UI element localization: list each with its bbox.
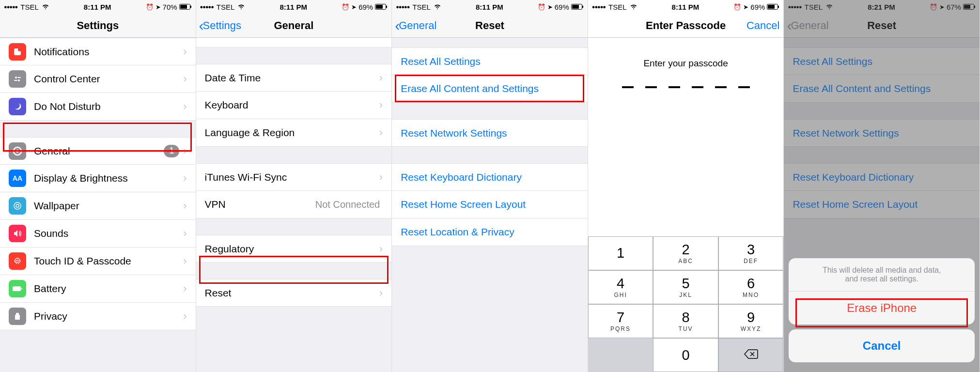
back-label: General: [399, 19, 436, 32]
screen-settings: ●●●●● TSEL 8:11 PM ⏰ ➤ 70% Settings Noti…: [0, 0, 196, 372]
key-3[interactable]: 3DEF: [718, 236, 784, 270]
status-time: 8:11 PM: [84, 3, 111, 11]
row-notifications[interactable]: Notifications ›: [0, 38, 196, 65]
carrier-label: TSEL: [20, 3, 39, 11]
key-5[interactable]: 5JKL: [653, 270, 718, 304]
row-erase-all-content[interactable]: Erase All Content and Settings: [392, 75, 588, 103]
row-detail: Not Connected: [315, 199, 380, 210]
row-restrictions-partial[interactable]: [196, 38, 392, 47]
key-backspace[interactable]: [718, 338, 784, 372]
row-general[interactable]: General 1 ›: [0, 137, 196, 165]
row-regulatory[interactable]: Regulatory ›: [196, 235, 392, 263]
row-label: Sounds: [34, 228, 183, 239]
cancel-button[interactable]: Cancel: [789, 329, 975, 362]
signal-dots-icon: ●●●●●: [396, 4, 409, 10]
key-9[interactable]: 9WXYZ: [718, 304, 784, 338]
battery-label: 70%: [163, 3, 177, 11]
row-vpn[interactable]: VPN Not Connected: [196, 191, 392, 218]
row-label: General: [34, 145, 164, 157]
chevron-right-icon: ›: [379, 99, 383, 111]
key-2[interactable]: 2ABC: [653, 236, 718, 270]
row-label: Reset Location & Privacy: [401, 226, 579, 238]
svg-point-7: [18, 79, 20, 81]
carrier-label: TSEL: [217, 3, 235, 11]
nav-bar: ‹ General Reset: [392, 14, 588, 38]
row-touchid[interactable]: Touch ID & Passcode ›: [0, 248, 196, 275]
row-date-time[interactable]: Date & Time ›: [196, 64, 392, 92]
battery-icon: [767, 3, 779, 11]
row-label: Notifications: [34, 46, 183, 58]
row-label: Reset Network Settings: [401, 127, 579, 139]
row-keyboard[interactable]: Keyboard ›: [196, 92, 392, 119]
action-sheet: This will delete all media and data, and…: [789, 258, 975, 367]
key-7[interactable]: 7PQRS: [588, 304, 653, 338]
chevron-right-icon: ›: [379, 72, 383, 84]
svg-point-4: [18, 47, 22, 51]
passcode-dashes: [588, 86, 784, 88]
row-battery[interactable]: Battery ›: [0, 275, 196, 303]
wifi-icon: [434, 3, 441, 11]
row-label: Touch ID & Passcode: [34, 255, 183, 267]
row-itunes-wifi-sync[interactable]: iTunes Wi-Fi Sync ›: [196, 163, 392, 191]
wifi-icon: [237, 3, 245, 11]
key-6[interactable]: 6MNO: [718, 270, 784, 304]
row-control-center[interactable]: Control Center ›: [0, 65, 196, 93]
row-reset-all-settings[interactable]: Reset All Settings: [392, 47, 588, 75]
back-button[interactable]: ‹ Settings: [196, 18, 242, 33]
badge: 1: [164, 145, 179, 157]
status-time: 8:11 PM: [476, 3, 503, 11]
screen-passcode: ●●●●● TSEL 8:11 PM ⏰ ➤ 69% Enter Passcod…: [588, 0, 784, 372]
row-label: Battery: [34, 283, 183, 294]
row-privacy[interactable]: Privacy ›: [0, 303, 196, 330]
key-0[interactable]: 0: [653, 338, 718, 372]
gear-icon: [9, 142, 26, 160]
svg-rect-13: [13, 286, 21, 291]
wifi-icon: [42, 3, 49, 11]
row-reset-keyboard-dict[interactable]: Reset Keyboard Dictionary: [392, 163, 588, 191]
svg-rect-17: [386, 5, 387, 8]
row-label: VPN: [205, 199, 315, 210]
nav-title: General: [274, 19, 313, 32]
location-icon: ➤: [156, 3, 161, 11]
row-display-brightness[interactable]: AA Display & Brightness ›: [0, 165, 196, 192]
battery-icon: [571, 3, 584, 11]
alarm-icon: ⏰: [146, 3, 154, 11]
row-label: Regulatory: [205, 243, 379, 255]
backspace-icon: [744, 349, 758, 361]
erase-iphone-button[interactable]: Erase iPhone: [789, 292, 975, 325]
svg-point-5: [15, 77, 17, 78]
row-reset[interactable]: Reset ›: [196, 279, 392, 307]
key-1[interactable]: 1: [588, 236, 653, 270]
status-bar: ●●●●● TSEL 8:11 PM ⏰ ➤ 69%: [392, 0, 588, 14]
svg-rect-1: [180, 5, 187, 9]
chevron-right-icon: ›: [183, 100, 187, 113]
row-wallpaper[interactable]: Wallpaper ›: [0, 192, 196, 220]
back-label: Settings: [203, 19, 242, 32]
key-8[interactable]: 8TUV: [653, 304, 718, 338]
row-do-not-disturb[interactable]: Do Not Disturb ›: [0, 93, 196, 121]
key-4[interactable]: 4GHI: [588, 270, 653, 304]
chevron-right-icon: ›: [183, 46, 187, 58]
chevron-right-icon: ›: [183, 310, 187, 323]
privacy-icon: [9, 308, 26, 325]
alarm-icon: ⏰: [733, 3, 741, 11]
sounds-icon: [9, 225, 26, 242]
row-reset-location-privacy[interactable]: Reset Location & Privacy: [392, 218, 588, 246]
screen-reset: ●●●●● TSEL 8:11 PM ⏰ ➤ 69% ‹ General Res…: [392, 0, 588, 372]
back-button[interactable]: ‹ General: [392, 18, 436, 33]
row-label: Reset All Settings: [401, 56, 579, 67]
row-label: Reset Home Screen Layout: [401, 199, 579, 210]
battery-label: 69%: [750, 3, 765, 11]
screen-general: ●●●●● TSEL 8:11 PM ⏰ ➤ 69% ‹ Settings Ge…: [196, 0, 392, 372]
row-language-region[interactable]: Language & Region ›: [196, 119, 392, 147]
chevron-right-icon: ›: [183, 200, 187, 212]
row-sounds[interactable]: Sounds ›: [0, 220, 196, 248]
status-time: 8:11 PM: [672, 3, 700, 11]
row-reset-network[interactable]: Reset Network Settings: [392, 119, 588, 147]
cancel-button[interactable]: Cancel: [747, 19, 779, 32]
row-label: Do Not Disturb: [34, 101, 183, 112]
row-reset-home-screen[interactable]: Reset Home Screen Layout: [392, 191, 588, 218]
control-center-icon: [9, 70, 26, 88]
row-label: Date & Time: [205, 72, 379, 84]
alarm-icon: ⏰: [538, 3, 545, 11]
